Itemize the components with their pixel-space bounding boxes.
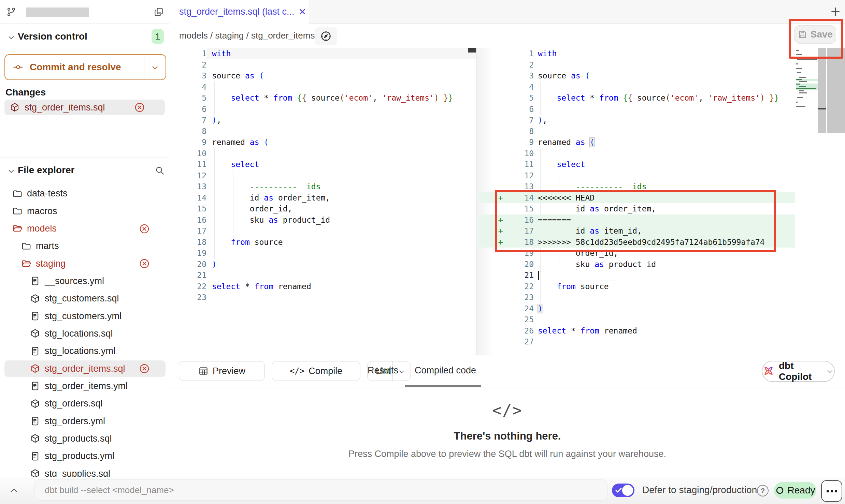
code-text[interactable]: order_id, [534,248,795,259]
chevron-down-icon[interactable] [151,63,159,72]
chevron-down-icon[interactable] [398,368,406,376]
code-text[interactable]: ---------- ids [206,181,476,192]
code-text[interactable] [206,225,476,237]
code-text[interactable] [206,170,476,181]
save-button[interactable]: Save [794,25,836,44]
code-text[interactable]: source as ( [206,70,476,81]
code-text[interactable]: ) [206,259,476,270]
code-text[interactable]: order_id, [206,203,476,214]
tree-item-stg_products.yml[interactable]: stg_products.yml [0,447,170,465]
code-text[interactable]: ), [534,115,795,126]
code-text[interactable]: >>>>>>> 58c1dd23d5eebd9cd2495fa7124ab61b… [534,237,795,248]
tab-compiled-code[interactable]: Compiled code [415,365,476,376]
code-text[interactable]: renamed as ( [206,137,476,148]
code-text[interactable] [206,270,476,281]
tree-item-stg_orders.sql[interactable]: stg_orders.sql [0,395,170,412]
tree-item-data-tests[interactable]: data-tests [0,185,170,202]
expand-caret-up-icon[interactable] [9,485,19,495]
code-text[interactable] [534,59,795,71]
tree-item-stg_orders.yml[interactable]: stg_orders.yml [0,412,170,430]
help-question-icon[interactable]: ? [757,485,769,496]
code-text[interactable] [206,148,476,159]
editor-pane-modified[interactable]: 1with23source as (45 select * from {{ so… [478,48,795,347]
code-text[interactable] [534,170,795,181]
code-text[interactable]: renamed as ( [534,137,795,148]
tree-item-stg_products.sql[interactable]: stg_products.sql [0,430,170,447]
code-text[interactable]: with [534,48,795,59]
code-line-14: 14 id as order_item, [170,192,476,204]
code-text[interactable]: from source [534,281,795,292]
changed-file-row[interactable]: stg_order_items.sql [4,100,165,115]
tab-stg-order-items[interactable]: stg_order_items.sql (last c... ✕ [170,0,309,24]
editor-scrollbar-track[interactable] [818,48,826,133]
left-pane-scroll-handle[interactable] [468,48,476,53]
code-text[interactable]: ), [206,115,476,126]
code-text[interactable]: sku as product_id [206,214,476,226]
code-text[interactable] [206,126,476,137]
new-tab-button[interactable]: + [831,1,840,23]
tree-item-models[interactable]: models [0,220,170,237]
code-text[interactable]: id as item_id, [534,225,795,237]
compile-button[interactable]: </> Compile [272,361,360,381]
tree-item-stg_locations.yml[interactable]: stg_locations.yml [0,342,170,360]
code-text[interactable]: with [206,48,476,59]
code-text[interactable]: from source [206,237,476,248]
line-number: 25 [505,315,534,324]
code-text[interactable] [206,81,476,93]
tree-item-stg_order_items.sql[interactable]: stg_order_items.sql [0,360,170,377]
version-control-header[interactable]: Version control 1 [0,29,170,45]
code-text[interactable]: select [206,159,476,170]
code-text[interactable] [534,104,795,115]
code-text[interactable] [534,126,795,137]
code-text[interactable] [206,59,476,71]
more-options-button[interactable] [821,480,842,502]
tree-item-stg_supplies.sql[interactable]: stg_supplies.sql [0,465,170,477]
tree-item-stg_customers.yml[interactable]: stg_customers.yml [0,307,170,325]
code-text[interactable]: sku as product_id [534,259,795,270]
lineage-compass-button[interactable] [315,27,337,45]
tree-item-stg_order_items.yml[interactable]: stg_order_items.yml [0,377,170,395]
code-text[interactable]: ---------- ids [534,181,795,192]
tree-item-__sources.yml[interactable]: __sources.yml [0,272,170,290]
code-text[interactable] [206,292,476,303]
code-text[interactable]: ) [534,303,795,314]
tree-item-staging[interactable]: staging [0,255,170,272]
tab-results[interactable]: Results [368,365,398,376]
code-text[interactable]: select [534,159,795,170]
tree-item-marts[interactable]: marts [0,237,170,255]
dbt-command-input[interactable] [34,479,607,501]
code-text[interactable] [534,148,795,159]
overview-ruler[interactable] [827,48,845,133]
copy-files-icon[interactable] [154,7,164,17]
minimap[interactable] [796,50,818,110]
code-text[interactable] [534,314,795,325]
code-text[interactable]: select * from renamed [534,325,795,337]
editor-pane-original[interactable]: 1with23source as (45 select * from {{ so… [170,48,476,303]
code-text[interactable]: source as ( [534,70,795,81]
tree-item-macros[interactable]: macros [0,202,170,220]
tree-item-stg_locations.sql[interactable]: stg_locations.sql [0,325,170,342]
code-text[interactable]: <<<<<<< HEAD [534,192,795,204]
tree-item-stg_customers.sql[interactable]: stg_customers.sql [0,290,170,307]
commit-and-resolve-button[interactable]: Commit and resolve [4,54,166,80]
close-icon[interactable]: ✕ [299,6,306,17]
doc-icon [30,311,40,321]
code-text[interactable]: select * from {{ source('ecom', 'raw_ite… [534,92,795,104]
preview-button[interactable]: Preview [179,361,265,381]
file-explorer-header[interactable]: File explorer [0,163,170,179]
code-text[interactable]: select * from renamed [206,281,476,292]
code-text[interactable]: ======= [534,214,795,226]
code-text[interactable] [206,248,476,259]
code-text[interactable] [206,104,476,115]
code-text[interactable] [534,81,795,93]
defer-toggle[interactable] [612,484,634,497]
code-text[interactable]: select * from {{ source('ecom', 'raw_ite… [206,92,476,104]
search-icon[interactable] [155,165,165,176]
code-text[interactable]: id as order_item, [534,203,795,214]
editor-scrollbar-handle[interactable] [818,108,826,109]
code-text[interactable] [534,292,795,303]
dbt-copilot-button[interactable]: dbt Copilot [762,361,835,382]
code-text[interactable]: id as order_item, [206,192,476,204]
code-text[interactable] [534,336,795,347]
code-text[interactable] [534,270,795,281]
